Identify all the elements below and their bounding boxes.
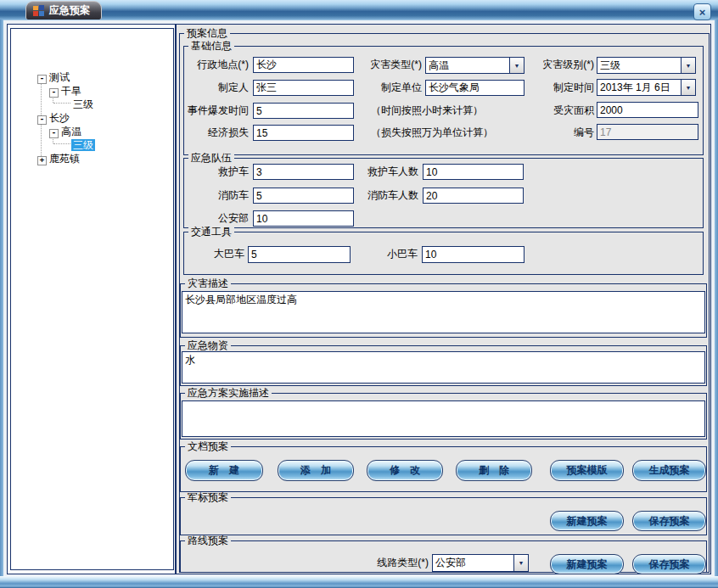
window-title: 应急预案 bbox=[49, 3, 90, 18]
chevron-down-icon[interactable]: ▼ bbox=[513, 555, 528, 571]
window-edge-left bbox=[0, 20, 3, 576]
close-icon[interactable]: × bbox=[693, 3, 711, 20]
smallbus-label: 小巴车 bbox=[348, 249, 418, 260]
firetruck-people-label: 消防车人数 bbox=[339, 190, 418, 201]
group-doc-plan-label: 文档预案 bbox=[185, 441, 231, 452]
window-title-tab: 应急预案 bbox=[25, 1, 102, 20]
group-supplies-label: 应急物资 bbox=[185, 340, 231, 351]
ambulance-people-label: 救护车人数 bbox=[339, 166, 418, 177]
tree-node-luyuanzhen[interactable]: 鹿苑镇 bbox=[49, 153, 80, 165]
tree-connector bbox=[53, 103, 70, 104]
plan-tree[interactable]: - 测试 - 干旱 三级 - 长沙 - 高温 三级 + 鹿苑镇 bbox=[10, 28, 174, 570]
military-new-button[interactable]: 新建预案 bbox=[550, 511, 624, 531]
disaster-type-combo[interactable]: 高温 ▼ bbox=[425, 57, 524, 74]
disaster-desc-textarea[interactable]: 长沙县局部地区温度过高 bbox=[182, 291, 705, 333]
creator-label: 制定人 bbox=[175, 82, 249, 93]
firetruck-label: 消防车 bbox=[175, 190, 249, 201]
tree-node-ceshi[interactable]: 测试 bbox=[49, 71, 70, 83]
police-label: 公安部 bbox=[175, 213, 249, 224]
group-route-plan-label: 路线预案 bbox=[185, 535, 231, 546]
tree-connector bbox=[53, 97, 53, 103]
route-save-button[interactable]: 保存预案 bbox=[632, 554, 706, 574]
route-type-label: 线路类型(*) bbox=[352, 557, 429, 568]
economic-loss-hint: （损失按照万为单位计算） bbox=[371, 127, 493, 138]
chevron-down-icon[interactable]: ▼ bbox=[681, 80, 695, 95]
doc-generate-button[interactable]: 生成预案 bbox=[632, 460, 706, 481]
ambulance-label: 救护车 bbox=[175, 166, 249, 177]
doc-add-button[interactable]: 添 加 bbox=[278, 460, 354, 481]
bigbus-label: 大巴车 bbox=[175, 249, 244, 260]
tree-collapse-icon[interactable]: - bbox=[37, 115, 47, 125]
tree-node-changsha[interactable]: 长沙 bbox=[49, 112, 70, 124]
bigbus-input[interactable] bbox=[248, 246, 351, 263]
economic-loss-input[interactable] bbox=[253, 125, 354, 141]
group-basic-info-label: 基础信息 bbox=[188, 41, 234, 52]
group-transport-label: 交通工具 bbox=[188, 227, 234, 238]
disaster-level-label: 灾害级别(*) bbox=[518, 59, 594, 70]
tree-connector bbox=[53, 143, 70, 144]
tree-node-sanji-selected[interactable]: 三级 bbox=[71, 139, 95, 151]
group-plan-info-label: 预案信息 bbox=[184, 28, 230, 39]
police-input[interactable] bbox=[253, 210, 354, 227]
group-military-plan bbox=[180, 497, 707, 535]
create-time-datepicker[interactable]: 2013年 1月 6日 ▼ bbox=[597, 79, 696, 96]
serial-number-input bbox=[597, 124, 698, 140]
outbreak-time-label: 事件爆发时间 bbox=[168, 105, 249, 116]
disaster-level-combo[interactable]: 三级 ▼ bbox=[597, 57, 696, 74]
ambulance-people-input[interactable] bbox=[423, 164, 524, 180]
title-bar bbox=[0, 0, 718, 20]
outbreak-time-hint: （时间按照小时来计算） bbox=[371, 105, 483, 116]
route-type-combo[interactable]: 公安部 ▼ bbox=[432, 554, 529, 572]
window-edge-right bbox=[715, 20, 718, 576]
group-emergency-team-label: 应急队伍 bbox=[188, 153, 234, 164]
affected-area-label: 受灾面积 bbox=[518, 105, 594, 116]
military-save-button[interactable]: 保存预案 bbox=[632, 511, 706, 531]
creator-input[interactable] bbox=[253, 80, 354, 96]
tree-node-gaowen[interactable]: 高温 bbox=[61, 126, 81, 137]
tree-collapse-icon[interactable]: - bbox=[49, 88, 59, 98]
doc-new-button[interactable]: 新 建 bbox=[185, 460, 263, 481]
tree-collapse-icon[interactable]: - bbox=[49, 129, 59, 138]
affected-area-input[interactable] bbox=[597, 102, 698, 118]
group-military-plan-label: 军标预案 bbox=[185, 492, 231, 503]
route-new-button[interactable]: 新建预案 bbox=[550, 554, 624, 574]
create-time-label: 制定时间 bbox=[518, 82, 594, 93]
disaster-type-label: 灾害类型(*) bbox=[346, 59, 422, 70]
admin-location-input[interactable] bbox=[253, 57, 354, 73]
outbreak-time-input[interactable] bbox=[253, 103, 354, 119]
unit-label: 制定单位 bbox=[346, 82, 422, 93]
serial-number-label: 编号 bbox=[518, 127, 594, 138]
tree-node-ganhan[interactable]: 干旱 bbox=[61, 85, 81, 97]
tree-expand-icon[interactable]: + bbox=[37, 156, 47, 165]
unit-input[interactable] bbox=[425, 80, 524, 96]
app-icon bbox=[33, 5, 44, 16]
chevron-down-icon[interactable]: ▼ bbox=[681, 58, 695, 73]
tree-node-sanji-1[interactable]: 三级 bbox=[73, 98, 93, 110]
emergency-plan-window: { "window": { "title": "应急预案" }, "icons"… bbox=[0, 0, 718, 588]
firetruck-people-input[interactable] bbox=[423, 188, 524, 204]
tree-collapse-icon[interactable]: - bbox=[37, 75, 47, 84]
admin-location-label: 行政地点(*) bbox=[175, 59, 249, 70]
supplies-textarea[interactable]: 水 bbox=[182, 351, 705, 384]
group-disaster-desc-label: 灾害描述 bbox=[185, 278, 231, 289]
tree-connector bbox=[53, 137, 53, 143]
impl-desc-textarea[interactable] bbox=[182, 400, 705, 437]
doc-delete-button[interactable]: 删 除 bbox=[456, 460, 532, 481]
economic-loss-label: 经济损失 bbox=[175, 127, 249, 138]
window-edge-bottom bbox=[0, 576, 718, 588]
group-impl-desc-label: 应急方案实施描述 bbox=[185, 388, 272, 399]
doc-template-button[interactable]: 预案模版 bbox=[550, 460, 624, 481]
doc-modify-button[interactable]: 修 改 bbox=[367, 460, 443, 481]
smallbus-input[interactable] bbox=[422, 246, 524, 263]
